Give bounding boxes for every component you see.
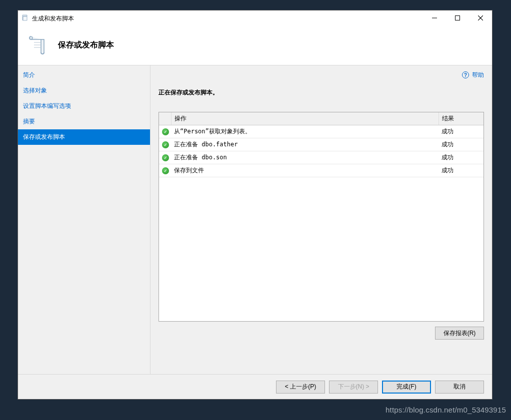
help-row: ? 帮助 [158,70,484,79]
success-icon: ✓ [162,128,169,135]
status-label: 正在保存或发布脚本。 [158,88,484,97]
sidebar-item-summary[interactable]: 摘要 [18,114,150,129]
page-title: 保存或发布脚本 [58,40,114,50]
minimize-button[interactable] [423,10,446,25]
wizard-sidebar: 简介 选择对象 设置脚本编写选项 摘要 保存或发布脚本 [18,65,150,374]
column-header-operation: 操作 [171,112,438,125]
sidebar-item-script-options[interactable]: 设置脚本编写选项 [18,98,150,114]
cell-operation: 从“Person”获取对象列表。 [171,125,438,138]
next-button: 下一步(N) > [329,381,378,394]
cell-result: 成功 [438,151,484,164]
table-row: ✓ 正在准备 dbo.son 成功 [159,151,484,164]
sidebar-item-label: 选择对象 [23,87,47,94]
sidebar-item-label: 保存或发布脚本 [23,133,65,140]
svg-rect-1 [456,16,460,20]
cell-result: 成功 [438,138,484,151]
success-icon: ✓ [162,141,169,148]
maximize-button[interactable] [446,10,469,25]
close-button[interactable] [469,10,492,25]
save-report-button[interactable]: 保存报表(R) [435,327,484,340]
success-icon: ✓ [162,154,169,161]
cell-operation: 正在准备 dbo.son [171,151,438,164]
cell-operation: 正在准备 dbo.father [171,138,438,151]
cell-result: 成功 [438,164,484,177]
cancel-button[interactable]: 取消 [435,381,484,394]
window-title: 生成和发布脚本 [32,13,423,23]
wizard-dialog: 生成和发布脚本 保存或发布脚本 简介 选择对象 设置脚本编 [18,10,492,400]
dialog-footer: < 上一步(P) 下一步(N) > 完成(F) 取消 [18,374,492,399]
cell-operation: 保存到文件 [171,164,438,177]
help-icon: ? [462,71,469,78]
previous-button[interactable]: < 上一步(P) [276,381,325,394]
titlebar: 生成和发布脚本 [18,10,492,25]
progress-table: 操作 结果 ✓ 从“Person”获取对象列表。 成功 ✓ 正在准备 dbo.f… [158,112,484,322]
success-icon: ✓ [162,167,169,174]
table-row: ✓ 保存到文件 成功 [159,164,484,177]
column-header-icon [159,112,171,125]
cell-result: 成功 [438,125,484,138]
save-report-row: 保存报表(R) [158,327,484,340]
column-header-result: 结果 [438,112,484,125]
sidebar-item-select-objects[interactable]: 选择对象 [18,83,150,98]
sidebar-item-label: 简介 [23,71,35,78]
sidebar-item-intro[interactable]: 简介 [18,67,150,83]
sidebar-item-save-publish[interactable]: 保存或发布脚本 [18,129,150,145]
sidebar-item-label: 摘要 [23,118,35,125]
main-panel: ? 帮助 正在保存或发布脚本。 操作 结果 ✓ [150,65,492,374]
watermark-text: https://blog.csdn.net/m0_53493915 [386,406,506,414]
finish-button[interactable]: 完成(F) [382,381,431,394]
table-row: ✓ 从“Person”获取对象列表。 成功 [159,125,484,138]
sidebar-item-label: 设置脚本编写选项 [23,102,71,109]
help-link[interactable]: 帮助 [472,71,484,79]
table-row: ✓ 正在准备 dbo.father 成功 [159,138,484,151]
app-icon [21,14,29,22]
script-scroll-icon [25,33,49,57]
dialog-body: 简介 选择对象 设置脚本编写选项 摘要 保存或发布脚本 ? 帮助 正在保存或发布… [18,65,492,374]
header-band: 保存或发布脚本 [18,25,492,65]
table-header-row: 操作 结果 [159,112,484,125]
